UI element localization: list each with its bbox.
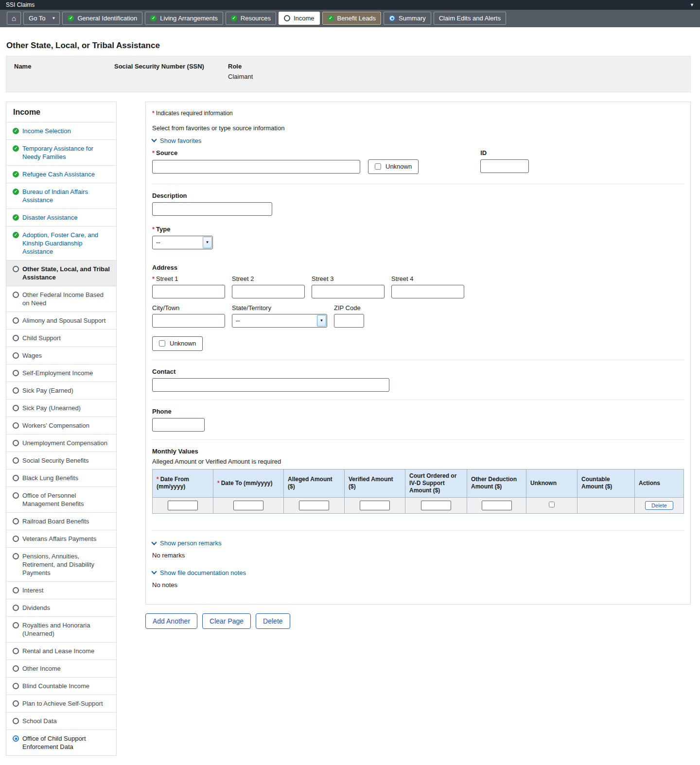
description-input[interactable]	[152, 202, 272, 216]
sidebar-item-disaster-assistance[interactable]: ✓Disaster Assistance	[6, 209, 116, 226]
show-file-notes-link[interactable]: Show file documentation notes	[152, 569, 246, 576]
column-header-date-from-mm-yyyy: Date From (mm/yyyy)	[153, 469, 213, 497]
sidebar-item-bureau-of-indian-affairs-assistance[interactable]: ✓Bureau of Indian Affairs Assistance	[6, 183, 116, 209]
nav-tab-label: Summary	[399, 15, 426, 22]
street1-input[interactable]	[152, 285, 225, 298]
description-field: Description	[152, 192, 684, 216]
sidebar-item-label: Other Federal Income Based on Need	[22, 291, 111, 307]
check-circle-icon: ✓	[13, 145, 19, 152]
sidebar-item-label: Alimony and Spousal Support	[22, 316, 105, 325]
city-input[interactable]	[152, 314, 225, 328]
circle-outline-icon	[13, 352, 19, 359]
nav-tab-income[interactable]: Income	[279, 12, 320, 25]
clear-page-button[interactable]: Clear Page	[202, 613, 251, 629]
other-deduction-amount-input[interactable]	[482, 501, 512, 510]
ssn-value	[114, 73, 228, 80]
show-file-notes-label: Show file documentation notes	[160, 569, 246, 576]
court-ordered-or-iv-d-support-amount-input[interactable]	[421, 501, 451, 510]
delete-button[interactable]: Delete	[256, 613, 290, 629]
sidebar-item-label: Bureau of Indian Affairs Assistance	[22, 188, 111, 204]
check-circle-icon: ✓	[13, 232, 19, 238]
column-header-label: Unknown	[530, 480, 557, 487]
source-input[interactable]	[152, 160, 360, 174]
sidebar-item-temporary-assistance-for-needy-families[interactable]: ✓Temporary Assistance for Needy Families	[6, 139, 116, 165]
date-to-mm-yyyy-input[interactable]	[233, 501, 263, 510]
phone-label: Phone	[152, 408, 684, 415]
nav-tab-claim-edits-and-alerts[interactable]: Claim Edits and Alerts	[434, 12, 506, 25]
monthly-values-table: Date From (mm/yyyy)Date To (mm/yyyy)Alle…	[152, 469, 684, 514]
show-person-remarks-link[interactable]: Show person remarks	[152, 539, 221, 547]
column-header-other-deduction-amount: Other Deduction Amount ($)	[467, 469, 526, 497]
sidebar-item-label: Workers' Compensation	[22, 421, 89, 430]
contact-input[interactable]	[152, 378, 389, 392]
cell-court-ordered-or-iv-d-support-amount	[405, 497, 467, 513]
check-circle-icon: ✓	[13, 214, 19, 221]
phone-input[interactable]	[152, 418, 205, 432]
required-note-text: Indicates required information	[156, 110, 233, 117]
street4-input[interactable]	[391, 285, 464, 298]
column-header-label: Date To (mm/yyyy)	[221, 480, 273, 487]
sidebar-item-label: Pensions, Annuities, Retirement, and Dis…	[22, 552, 111, 577]
type-select-value: --	[156, 239, 160, 246]
sidebar-item-rental-and-lease-income: Rental and Lease Income	[6, 642, 116, 660]
income-sidebar: Income ✓Income Selection✓Temporary Assis…	[6, 102, 117, 756]
radio-selected-icon	[389, 15, 395, 21]
cell-actions: Delete	[635, 497, 684, 513]
circle-outline-icon	[13, 317, 19, 324]
nav-tab-general-identification[interactable]: ✓General Identification	[62, 12, 142, 25]
nav-tab-living-arrangements[interactable]: ✓Living Arrangements	[145, 12, 223, 25]
circle-outline-icon	[13, 387, 19, 394]
app-title: SSI Claims	[6, 1, 35, 8]
type-select[interactable]: -- ▼	[152, 236, 213, 249]
row-delete-button[interactable]: Delete	[645, 501, 673, 510]
nav-tab-label: Living Arrangements	[160, 15, 218, 22]
show-favorites-link[interactable]: Show favorites	[152, 137, 201, 144]
chevron-down-icon[interactable]: ▼	[690, 2, 694, 7]
nav-tab-label: Income	[294, 15, 315, 22]
cell-other-deduction-amount	[467, 497, 526, 513]
sidebar-item-label: Wages	[22, 351, 42, 360]
street4-field: Street 4	[391, 275, 464, 298]
goto-dropdown[interactable]: Go To ▼	[23, 12, 60, 25]
nav-tab-summary[interactable]: Summary	[384, 12, 431, 25]
nav-tab-label: Benefit Leads	[337, 15, 376, 22]
ssn-label: Social Security Number (SSN)	[114, 63, 228, 70]
source-unknown-checkbox[interactable]	[375, 163, 381, 170]
monthly-values-heading: Monthly Values	[152, 448, 684, 455]
assistance-form: Indicates required information Select fr…	[145, 102, 691, 605]
sidebar-item-label: Interest	[22, 586, 43, 594]
sidebar-item-label: Plan to Achieve Self-Support	[22, 699, 103, 708]
column-header-alleged-amount: Alleged Amount ($)	[284, 469, 345, 497]
sidebar-item-income-selection[interactable]: ✓Income Selection	[6, 122, 116, 139]
state-select[interactable]: -- ▼	[232, 314, 327, 328]
street2-input[interactable]	[232, 285, 305, 298]
verified-amount-input[interactable]	[360, 501, 390, 510]
add-another-button[interactable]: Add Another	[145, 613, 197, 629]
cell-countable-amount	[578, 497, 635, 513]
cell-unknown	[526, 497, 578, 513]
home-button[interactable]: ⌂	[7, 12, 21, 25]
section-divider	[152, 439, 684, 440]
source-unknown-button[interactable]: Unknown	[368, 159, 419, 174]
cell-date-from-mm-yyyy	[153, 497, 213, 513]
nav-tab-benefit-leads[interactable]: ✓Benefit Leads	[322, 12, 382, 25]
zip-input[interactable]	[334, 314, 364, 328]
date-from-mm-yyyy-input[interactable]	[168, 501, 198, 510]
id-input[interactable]	[480, 159, 529, 173]
sidebar-item-railroad-board-benefits: Railroad Board Benefits	[6, 512, 116, 530]
sidebar-item-refugee-cash-assistance[interactable]: ✓Refugee Cash Assistance	[6, 165, 116, 183]
street3-input[interactable]	[312, 285, 385, 298]
circle-outline-icon	[284, 15, 290, 21]
required-asterisk	[152, 110, 156, 117]
person-role-column: Role Claimant	[228, 63, 253, 80]
address-unknown-button[interactable]: Unknown	[152, 336, 203, 351]
type-label-text: Type	[156, 226, 170, 233]
home-icon: ⌂	[12, 15, 16, 22]
address-unknown-checkbox[interactable]	[159, 340, 165, 347]
sidebar-item-other-state-local-and-tribal-assistance[interactable]: Other State, Local, and Tribal Assistanc…	[6, 260, 116, 286]
nav-tab-resources[interactable]: ✓Resources	[226, 12, 276, 25]
row-unknown-checkbox[interactable]	[549, 502, 555, 507]
sidebar-list: ✓Income Selection✓Temporary Assistance f…	[6, 122, 116, 755]
alleged-amount-input[interactable]	[299, 501, 329, 510]
sidebar-item-adoption-foster-care-and-kinship-guardianship-assistance[interactable]: ✓Adoption, Foster Care, and Kinship Guar…	[6, 226, 116, 260]
